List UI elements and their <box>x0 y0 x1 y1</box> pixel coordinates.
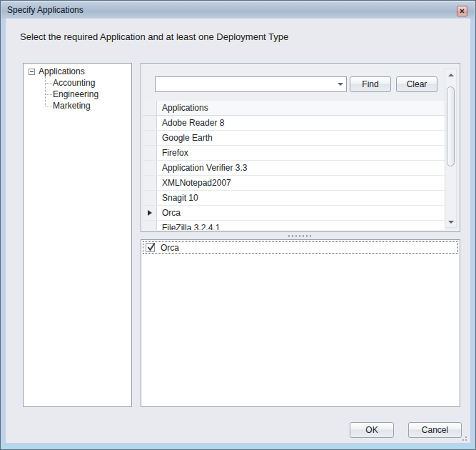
tree-guide-line <box>45 75 46 106</box>
deployment-types-panel: Orca <box>141 239 460 407</box>
grid-row[interactable]: Application Verifier 3.3 <box>143 161 445 176</box>
row-indicator-cell <box>143 176 157 191</box>
find-button[interactable]: Find <box>350 76 391 92</box>
panel-splitter[interactable] <box>141 232 460 239</box>
current-row-icon <box>148 210 152 216</box>
tree-node-label: Applications <box>39 66 85 76</box>
grid-cell: Orca <box>157 206 445 221</box>
titlebar: Specify Applications <box>1 1 475 19</box>
scrollbar-thumb[interactable] <box>447 86 455 166</box>
row-indicator-cell <box>143 221 157 230</box>
deployment-type-item[interactable]: Orca <box>143 241 458 254</box>
resize-grip-icon[interactable] <box>460 434 467 441</box>
dialog-body: Select the required Application and at l… <box>6 19 470 443</box>
scroll-up-icon <box>448 74 454 76</box>
row-indicator-cell <box>143 131 157 146</box>
deployment-type-label: Orca <box>161 243 179 253</box>
tree-node-label: Accounting <box>53 78 95 88</box>
grid-row[interactable]: Adobe Reader 8 <box>143 116 445 131</box>
tree-node-label: Marketing <box>53 101 91 111</box>
tree-guide-stub <box>45 106 52 106</box>
dialog-window: Specify Applications Select the required… <box>0 0 476 450</box>
grid-row[interactable]: FileZilla 3.2.4.1 <box>143 221 445 230</box>
search-combobox[interactable] <box>155 76 347 92</box>
scroll-up-button[interactable] <box>445 70 456 79</box>
search-input[interactable] <box>156 77 334 91</box>
grid-row[interactable]: Firefox <box>143 146 445 161</box>
tree-node-marketing[interactable]: Marketing <box>53 100 91 111</box>
scroll-down-button[interactable] <box>445 217 456 226</box>
grid-row[interactable]: Snagit 10 <box>143 191 445 206</box>
check-icon <box>146 242 157 253</box>
grid-header-label: Applications <box>157 101 445 116</box>
row-indicator-cell <box>143 116 157 131</box>
grid-header-indicator-cell <box>143 101 157 116</box>
row-indicator-cell <box>143 191 157 206</box>
scroll-down-icon <box>448 221 454 224</box>
grid-row-current[interactable]: Orca <box>143 206 445 221</box>
grid-row[interactable]: XMLNotepad2007 <box>143 176 445 191</box>
tree-node-label: Engineering <box>53 89 98 99</box>
combobox-dropdown-button[interactable] <box>334 77 346 91</box>
grid-cell: XMLNotepad2007 <box>157 176 445 191</box>
applications-grid: Applications Adobe Reader 8 Google Earth… <box>143 101 445 230</box>
grid-cell: Adobe Reader 8 <box>157 116 445 131</box>
row-indicator-cell <box>143 146 157 161</box>
tree-node-accounting[interactable]: Accounting <box>53 77 95 89</box>
grid-row[interactable]: Google Earth <box>143 131 445 146</box>
window-frame-edge <box>1 446 475 449</box>
grid-cell: Snagit 10 <box>157 191 445 206</box>
grid-cell: Firefox <box>157 146 445 161</box>
ok-button[interactable]: OK <box>350 422 394 438</box>
clear-button[interactable]: Clear <box>396 76 437 92</box>
close-button[interactable] <box>457 6 467 16</box>
collapse-icon[interactable] <box>29 69 35 75</box>
grid-cell: FileZilla 3.2.4.1 <box>157 221 445 230</box>
applications-tree-panel: Applications Accounting Engineering Mark… <box>23 63 132 407</box>
applications-list-panel: Find Clear Applications Adobe Reader 8 G… <box>141 63 460 232</box>
applications-tree: Applications Accounting Engineering Mark… <box>24 64 131 406</box>
row-indicator-cell <box>143 161 157 176</box>
vertical-scrollbar[interactable] <box>445 69 457 228</box>
checkbox-checked[interactable] <box>146 243 155 252</box>
chevron-down-icon <box>338 83 343 86</box>
row-indicator-cell <box>143 206 157 221</box>
close-icon <box>460 9 465 14</box>
cancel-button[interactable]: Cancel <box>408 422 462 438</box>
grid-cell: Google Earth <box>157 131 445 146</box>
dialog-title: Specify Applications <box>7 1 83 19</box>
grid-cell: Application Verifier 3.3 <box>157 161 445 176</box>
tree-guide-stub <box>45 83 52 84</box>
tree-node-engineering[interactable]: Engineering <box>53 89 98 100</box>
tree-node-applications[interactable]: Applications <box>29 66 85 77</box>
tree-guide-stub <box>45 94 52 95</box>
instruction-text: Select the required Application and at l… <box>20 31 288 42</box>
splitter-grip-icon <box>288 235 313 237</box>
grid-header-row[interactable]: Applications <box>143 101 445 116</box>
